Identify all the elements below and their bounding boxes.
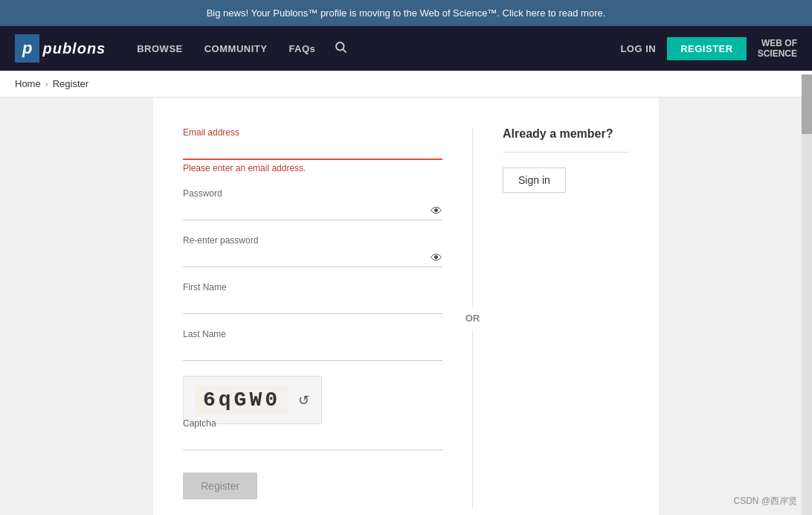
svg-line-1 [344, 49, 347, 52]
captcha-group: 6qGW0 ↺ Captcha [183, 376, 442, 450]
reenter-password-input[interactable] [183, 249, 442, 267]
last-name-input-wrapper [183, 342, 442, 361]
password-toggle-icon[interactable]: 👁 [431, 205, 442, 218]
email-label: Email address [183, 127, 442, 138]
register-submit-button[interactable]: Register [183, 473, 257, 499]
watermark: CSDN @西岸贤 [733, 495, 797, 508]
password-group: Password 👁 [183, 188, 442, 220]
password-label: Password [183, 188, 442, 199]
captcha-field-label: Captcha [183, 418, 216, 429]
already-member-divider [503, 152, 629, 153]
announcement-banner[interactable]: Big news! Your Publons™ profile is movin… [0, 0, 812, 26]
reenter-password-label: Re-enter password [183, 235, 442, 246]
faqs-link[interactable]: FAQs [280, 37, 324, 60]
login-button[interactable]: LOG IN [620, 43, 656, 54]
logo-text: publons [42, 40, 106, 57]
last-name-group: Last Name [183, 329, 442, 361]
last-name-label: Last Name [183, 329, 442, 339]
reenter-password-group: Re-enter password 👁 [183, 235, 442, 267]
captcha-image-box: 6qGW0 ↺ [183, 376, 322, 424]
email-input-wrapper [183, 141, 442, 160]
main-content: Email address Please enter an email addr… [0, 97, 812, 515]
register-nav-button[interactable]: REGISTER [667, 37, 746, 60]
search-icon[interactable] [328, 34, 353, 63]
captcha-input-wrapper: Captcha [183, 432, 442, 450]
breadcrumb: Home › Register [0, 71, 812, 97]
captcha-input[interactable] [183, 432, 442, 450]
sign-in-button[interactable]: Sign in [503, 167, 566, 193]
captcha-refresh-button[interactable]: ↺ [298, 392, 309, 409]
first-name-label: First Name [183, 282, 442, 292]
or-label: OR [462, 307, 484, 330]
last-name-input[interactable] [183, 342, 442, 361]
svg-point-0 [336, 42, 344, 51]
password-input[interactable] [183, 202, 442, 220]
first-name-group: First Name [183, 282, 442, 314]
already-member-section: Already a member? Sign in [480, 127, 629, 508]
first-name-input[interactable] [183, 295, 442, 314]
reenter-password-toggle-icon[interactable]: 👁 [431, 252, 442, 265]
navigation-bar: p publons BROWSE COMMUNITY FAQs LOG IN R… [0, 26, 812, 71]
register-card: Email address Please enter an email addr… [153, 97, 659, 515]
breadcrumb-current: Register [53, 78, 88, 89]
email-input[interactable] [183, 141, 442, 160]
nav-right: LOG IN REGISTER WEB OFSCIENCE [620, 37, 797, 60]
email-error: Please enter an email address. [183, 163, 442, 173]
or-divider: OR [472, 127, 473, 508]
password-input-wrapper: 👁 [183, 202, 442, 220]
email-group: Email address Please enter an email addr… [183, 127, 442, 173]
browse-link[interactable]: BROWSE [128, 37, 192, 60]
community-link[interactable]: COMMUNITY [196, 37, 277, 60]
first-name-input-wrapper [183, 295, 442, 314]
already-member-title: Already a member? [503, 127, 613, 141]
captcha-value: 6qGW0 [196, 386, 288, 415]
logo-icon: p [15, 34, 39, 63]
nav-links: BROWSE COMMUNITY FAQs [128, 34, 620, 63]
web-of-science-link[interactable]: WEB OFSCIENCE [758, 38, 797, 60]
scrollbar[interactable] [802, 74, 812, 515]
breadcrumb-separator: › [45, 79, 48, 89]
logo[interactable]: p publons [15, 34, 106, 63]
registration-form-section: Email address Please enter an email addr… [183, 127, 465, 508]
breadcrumb-home[interactable]: Home [15, 78, 41, 89]
reenter-password-input-wrapper: 👁 [183, 249, 442, 267]
scrollbar-thumb[interactable] [802, 74, 812, 134]
banner-text: Big news! Your Publons™ profile is movin… [207, 7, 606, 19]
